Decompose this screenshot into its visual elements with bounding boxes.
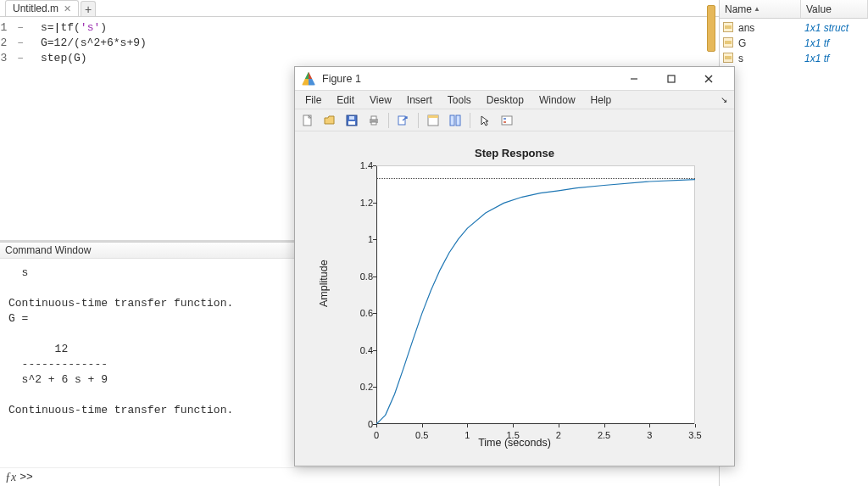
plot-curve xyxy=(376,165,695,424)
open-icon[interactable] xyxy=(320,111,339,130)
workspace-row[interactable]: ans1x1 struct xyxy=(720,20,868,36)
figure-title-text: Figure 1 xyxy=(322,73,615,85)
minimize-button[interactable] xyxy=(615,67,653,91)
close-button[interactable] xyxy=(690,67,727,91)
svg-rect-12 xyxy=(398,116,405,125)
figure-window[interactable]: Figure 1 FileEditViewInsertToolsDesktopW… xyxy=(294,66,735,466)
close-icon[interactable]: ✕ xyxy=(64,3,71,14)
new-tab-button[interactable]: + xyxy=(81,1,96,16)
workspace-header: Name ▲ Value xyxy=(720,0,868,19)
fx-icon[interactable]: ƒx xyxy=(5,471,16,484)
dock-icon[interactable]: ↘ xyxy=(717,93,731,106)
workspace-col-value[interactable]: Value xyxy=(801,0,868,18)
tab-label: Untitled.m xyxy=(13,3,58,14)
new-figure-icon[interactable] xyxy=(298,111,317,130)
menu-view[interactable]: View xyxy=(363,92,398,108)
plot-title: Step Response xyxy=(295,147,734,159)
pointer-icon[interactable] xyxy=(476,111,494,130)
figure-toolbar xyxy=(295,109,734,131)
variable-icon xyxy=(723,37,735,49)
matlab-logo-icon xyxy=(302,72,315,86)
legend-icon[interactable] xyxy=(498,111,516,130)
workspace-row[interactable]: G1x1 tf xyxy=(720,36,868,51)
command-prompt-row[interactable]: ƒx >> xyxy=(0,467,719,486)
svg-rect-16 xyxy=(456,115,460,126)
editor-tabbar: Untitled.m ✕ + xyxy=(0,0,719,17)
menu-file[interactable]: File xyxy=(298,92,328,108)
svg-rect-11 xyxy=(371,122,376,125)
menu-insert[interactable]: Insert xyxy=(400,92,439,108)
colorbar-icon[interactable] xyxy=(446,111,465,130)
svg-rect-8 xyxy=(349,116,354,120)
sort-asc-icon: ▲ xyxy=(754,5,760,13)
figure-menubar: FileEditViewInsertToolsDesktopWindowHelp… xyxy=(295,91,734,109)
workspace-body: ans1x1 structG1x1 tfs1x1 tf xyxy=(720,19,868,68)
menu-window[interactable]: Window xyxy=(532,92,582,108)
figure-titlebar[interactable]: Figure 1 xyxy=(295,67,734,91)
workspace-panel: Name ▲ Value ans1x1 structG1x1 tfs1x1 tf xyxy=(719,0,868,486)
link-icon[interactable] xyxy=(394,111,413,130)
svg-rect-14 xyxy=(428,115,438,118)
command-prompt: >> xyxy=(19,471,33,483)
editor-tab-untitled[interactable]: Untitled.m ✕ xyxy=(5,0,79,16)
variable-icon xyxy=(723,22,735,34)
menu-edit[interactable]: Edit xyxy=(330,92,361,108)
plot-ylabel: Amplitude xyxy=(318,290,330,307)
svg-rect-1 xyxy=(668,75,675,82)
svg-rect-7 xyxy=(348,121,355,125)
figure-canvas[interactable]: Step Response Amplitude Time (seconds) 0… xyxy=(295,131,734,466)
data-cursor-icon[interactable] xyxy=(424,111,442,130)
maximize-button[interactable] xyxy=(653,67,690,91)
workspace-row[interactable]: s1x1 tf xyxy=(720,51,868,66)
svg-rect-10 xyxy=(371,116,376,120)
variable-icon xyxy=(723,53,735,64)
svg-rect-15 xyxy=(450,115,454,126)
print-icon[interactable] xyxy=(364,111,383,130)
menu-help[interactable]: Help xyxy=(584,92,619,108)
workspace-col-name[interactable]: Name ▲ xyxy=(720,0,801,18)
menu-desktop[interactable]: Desktop xyxy=(480,92,531,108)
line-gutter: 1 – 2 – 3 – xyxy=(0,20,31,240)
save-icon[interactable] xyxy=(342,111,361,130)
scroll-indicator[interactable] xyxy=(707,5,715,52)
menu-tools[interactable]: Tools xyxy=(441,92,478,108)
svg-rect-17 xyxy=(502,116,512,125)
